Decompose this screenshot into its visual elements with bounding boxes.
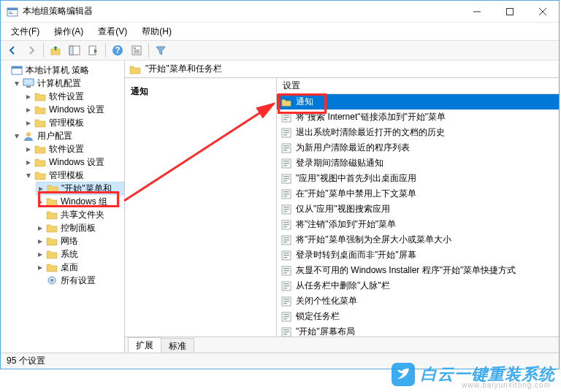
expander-icon[interactable]: ▸ [24, 92, 33, 101]
tree-item[interactable]: ▸桌面 [36, 261, 124, 274]
svg-rect-61 [283, 255, 289, 256]
expander-icon[interactable]: ▸ [37, 184, 45, 193]
setting-row[interactable]: 从任务栏中删除"人脉"栏 [277, 278, 559, 293]
expander-icon[interactable]: ▸ [36, 263, 45, 272]
expander-icon[interactable]: ▾ [24, 171, 33, 180]
back-button[interactable] [4, 42, 21, 58]
setting-row[interactable]: 将"注销"添加到"开始"菜单 [277, 217, 559, 232]
setting-label: 登录时转到桌面而非"开始"屏幕 [296, 249, 416, 261]
setting-row[interactable]: 为新用户清除最近的程序列表 [277, 140, 559, 155]
svg-rect-32 [283, 145, 289, 147]
tree-item[interactable]: ▸软件设置 [24, 90, 124, 103]
policy-icon [11, 65, 23, 75]
setting-row[interactable]: "应用"视图中首先列出桌面应用 [277, 171, 559, 186]
tab-extended[interactable]: 扩展 [128, 337, 161, 353]
expander-icon[interactable]: ▸ [36, 237, 45, 245]
tree-item[interactable]: 所有设置 [36, 274, 124, 287]
menu-help[interactable]: 帮助(H) [136, 24, 178, 39]
policy-setting-icon [281, 128, 291, 138]
svg-rect-66 [283, 272, 287, 274]
show-hide-tree-button[interactable] [66, 42, 83, 58]
setting-label: 将"注销"添加到"开始"菜单 [296, 218, 396, 231]
properties-button[interactable] [128, 42, 145, 58]
policy-setting-icon [281, 327, 291, 337]
maximize-button[interactable] [493, 1, 526, 22]
svg-rect-48 [283, 207, 289, 208]
svg-rect-53 [283, 224, 289, 226]
folder-icon [34, 144, 46, 154]
svg-rect-14 [134, 51, 140, 52]
tree-item[interactable]: ▸系统 [36, 247, 124, 261]
setting-row[interactable]: 登录期间清除磁贴通知 [277, 155, 559, 171]
tree-item[interactable]: ▸管理模板 [24, 116, 124, 129]
folder-icon [47, 183, 58, 193]
filter-button[interactable] [152, 42, 169, 58]
folder-icon [46, 249, 58, 259]
svg-rect-28 [283, 130, 289, 131]
setting-label: "开始"屏幕布局 [296, 326, 355, 337]
tree-root[interactable]: 本地计算机 策略 [1, 64, 124, 77]
close-button[interactable] [526, 1, 559, 22]
tree-item[interactable]: ▸控制面板 [36, 221, 124, 234]
svg-rect-64 [283, 268, 289, 269]
expander-icon[interactable]: ▸ [24, 145, 33, 153]
tree-user-config[interactable]: ▾ 用户配置 [12, 129, 124, 142]
expander-icon[interactable]: ▸ [24, 118, 33, 127]
tree-item[interactable]: ▸软件设置 [24, 142, 124, 155]
menu-view[interactable]: 查看(V) [92, 24, 133, 39]
expander-icon[interactable]: ▾ [12, 79, 21, 88]
setting-row[interactable]: "开始"屏幕布局 [277, 324, 559, 337]
minimize-button[interactable] [460, 1, 493, 22]
svg-rect-41 [283, 178, 289, 180]
policy-setting-icon [281, 143, 291, 153]
setting-row[interactable]: 退出系统时清除最近打开的文档的历史 [277, 125, 559, 140]
app-icon [7, 6, 18, 18]
setting-folder-row[interactable]: 通知 [277, 94, 559, 109]
svg-rect-7 [69, 46, 73, 55]
tree-admin-templates[interactable]: ▾管理模板 [24, 169, 124, 182]
setting-row[interactable]: 登录时转到桌面而非"开始"屏幕 [277, 247, 559, 263]
setting-row[interactable]: 关闭个性化菜单 [277, 293, 559, 309]
tree-pane[interactable]: 本地计算机 策略 ▾ 计算机配置 ▸软件设置 ▸Windows 设置 [1, 61, 125, 353]
computer-icon [23, 78, 34, 88]
setting-row[interactable]: 将"搜索 Internet"链接添加到"开始"菜单 [277, 109, 559, 125]
expander-icon[interactable]: ▾ [12, 131, 21, 140]
menu-action[interactable]: 操作(A) [48, 24, 89, 39]
help-button[interactable]: ? [109, 42, 126, 58]
up-button[interactable] [47, 42, 64, 58]
folder-icon [34, 118, 46, 128]
expander-icon[interactable]: ▸ [36, 250, 45, 258]
settings-list[interactable]: 通知将"搜索 Internet"链接添加到"开始"菜单退出系统时清除最近打开的文… [277, 94, 559, 337]
tree-start-menu[interactable]: ▸"开始"菜单和 [36, 182, 124, 195]
setting-row[interactable]: 将"开始"菜单强制为全屏大小或菜单大小 [277, 232, 559, 247]
policy-setting-icon [281, 189, 291, 199]
tree-item[interactable]: 共享文件夹 [36, 208, 124, 221]
expander-icon[interactable]: ▸ [36, 223, 45, 232]
setting-row[interactable]: 锁定任务栏 [277, 309, 559, 324]
svg-rect-57 [283, 239, 289, 241]
setting-row[interactable]: 仅从"应用"视图搜索应用 [277, 201, 559, 217]
tree-item[interactable]: ▸Windows 组 [36, 195, 124, 208]
expander-icon[interactable]: ▸ [36, 197, 45, 206]
setting-label: 将"搜索 Internet"链接添加到"开始"菜单 [296, 111, 446, 123]
policy-setting-icon [281, 112, 291, 123]
forward-button[interactable] [23, 42, 40, 58]
expander-icon[interactable]: ▸ [24, 158, 33, 166]
tree-item[interactable]: ▸Windows 设置 [24, 155, 124, 169]
svg-rect-36 [283, 161, 289, 162]
svg-rect-52 [283, 222, 289, 223]
setting-row[interactable]: 灰显不可用的 Windows Installer 程序"开始"菜单快捷方式 [277, 263, 559, 278]
tab-standard[interactable]: 标准 [161, 338, 194, 353]
tree-item[interactable]: ▸网络 [36, 234, 124, 247]
expander-icon[interactable]: ▸ [24, 105, 33, 114]
export-button[interactable] [85, 42, 102, 58]
details-section: 通知 [125, 78, 277, 337]
tree-computer-config[interactable]: ▾ 计算机配置 [12, 77, 124, 90]
tree-item[interactable]: ▸Windows 设置 [24, 103, 124, 116]
menu-file[interactable]: 文件(F) [5, 24, 45, 39]
svg-point-20 [26, 132, 31, 137]
setting-label: 灰显不可用的 Windows Installer 程序"开始"菜单快捷方式 [296, 264, 516, 277]
svg-rect-76 [283, 314, 289, 315]
column-header-setting[interactable]: 设置 [277, 78, 559, 94]
setting-row[interactable]: 在"开始"菜单中禁用上下文菜单 [277, 186, 559, 201]
